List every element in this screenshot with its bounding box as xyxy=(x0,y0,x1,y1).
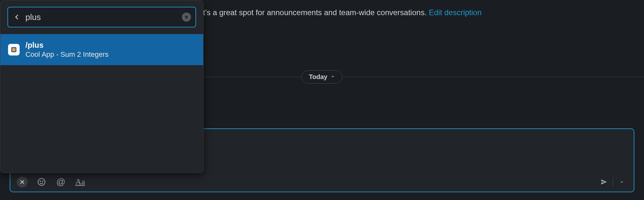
emoji-button[interactable] xyxy=(36,176,47,187)
command-search-input[interactable] xyxy=(25,12,178,22)
chevron-down-icon xyxy=(331,74,335,80)
autocomplete-result[interactable]: /plus Cool App - Sum 2 Integers xyxy=(0,34,203,65)
formatting-button[interactable]: Aa xyxy=(75,176,86,187)
edit-description-link[interactable]: Edit description xyxy=(429,8,482,17)
result-subtitle: Cool App - Sum 2 Integers xyxy=(25,50,109,59)
app-icon xyxy=(8,44,20,55)
date-pill[interactable]: Today xyxy=(301,70,342,84)
send-options-button[interactable] xyxy=(616,176,627,187)
popup-search-wrap xyxy=(0,0,203,34)
result-command: /plus xyxy=(25,40,109,50)
send-divider xyxy=(613,177,613,186)
date-label: Today xyxy=(309,73,327,81)
composer-toolbar: @ Aa xyxy=(10,172,634,192)
send-group xyxy=(599,176,627,187)
back-button[interactable] xyxy=(13,13,22,22)
close-attachment-button[interactable] xyxy=(17,176,28,187)
svg-rect-8 xyxy=(12,48,15,51)
send-button[interactable] xyxy=(599,176,610,187)
command-autocomplete-popup: /plus Cool App - Sum 2 Integers xyxy=(0,0,204,173)
clear-search-button[interactable] xyxy=(182,13,191,22)
popup-search-field[interactable] xyxy=(7,7,196,27)
svg-point-2 xyxy=(38,178,45,185)
result-text: /plus Cool App - Sum 2 Integers xyxy=(25,40,109,59)
channel-description: e everyone. It's a great spot for announ… xyxy=(158,8,482,17)
mention-button[interactable]: @ xyxy=(55,176,66,187)
svg-point-3 xyxy=(40,181,41,182)
svg-point-4 xyxy=(43,181,43,182)
